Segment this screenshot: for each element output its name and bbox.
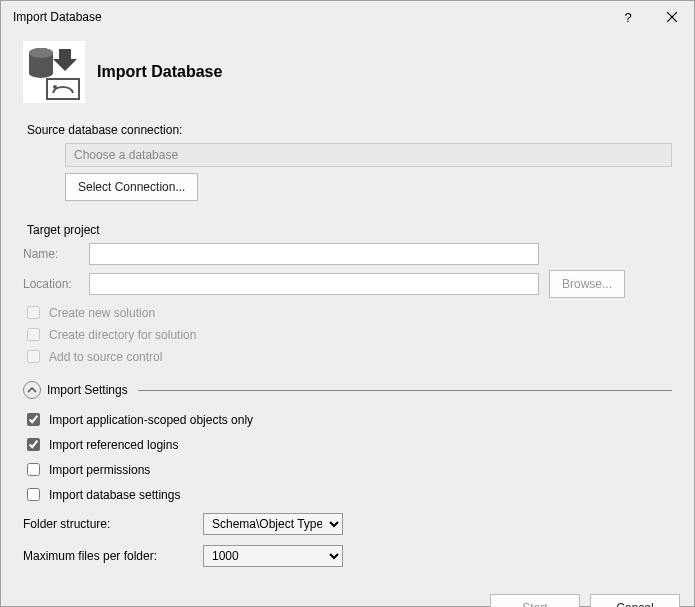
import-ref-logins-label: Import referenced logins bbox=[49, 438, 178, 452]
folder-structure-select[interactable]: Schema\Object Type bbox=[203, 513, 343, 535]
help-button[interactable]: ? bbox=[606, 1, 650, 33]
import-settings-header[interactable]: Import Settings bbox=[23, 381, 672, 399]
location-label: Location: bbox=[23, 277, 79, 291]
cancel-button[interactable]: Cancel bbox=[590, 594, 680, 607]
browse-button[interactable]: Browse... bbox=[549, 270, 625, 298]
import-app-scoped-checkbox[interactable] bbox=[27, 413, 40, 426]
svg-point-5 bbox=[29, 48, 53, 58]
name-label: Name: bbox=[23, 247, 79, 261]
import-db-settings-checkbox[interactable] bbox=[27, 488, 40, 501]
dialog-body: Import Database Source database connecti… bbox=[1, 33, 694, 586]
create-solution-checkbox[interactable] bbox=[27, 306, 40, 319]
window-title: Import Database bbox=[13, 10, 606, 24]
import-database-dialog: Import Database ? bbox=[0, 0, 695, 607]
import-permissions-checkbox[interactable] bbox=[27, 463, 40, 476]
dialog-footer: Start Cancel bbox=[1, 586, 694, 607]
target-project-label: Target project bbox=[27, 223, 672, 237]
location-input[interactable] bbox=[89, 273, 539, 295]
close-button[interactable] bbox=[650, 1, 694, 33]
max-files-label: Maximum files per folder: bbox=[23, 549, 173, 563]
close-icon bbox=[667, 12, 677, 22]
dialog-header: Import Database bbox=[23, 41, 672, 103]
svg-point-4 bbox=[29, 68, 53, 78]
import-ref-logins-checkbox[interactable] bbox=[27, 438, 40, 451]
max-files-select[interactable]: 1000 bbox=[203, 545, 343, 567]
import-settings-label: Import Settings bbox=[47, 383, 128, 397]
separator bbox=[138, 390, 672, 391]
create-solution-label: Create new solution bbox=[49, 306, 155, 320]
import-db-settings-label: Import database settings bbox=[49, 488, 180, 502]
import-permissions-label: Import permissions bbox=[49, 463, 150, 477]
database-import-icon bbox=[23, 41, 85, 103]
svg-rect-6 bbox=[47, 79, 79, 99]
source-connection-label: Source database connection: bbox=[27, 123, 672, 137]
add-source-control-checkbox[interactable] bbox=[27, 350, 40, 363]
source-connection-display: Choose a database bbox=[65, 143, 672, 167]
create-directory-label: Create directory for solution bbox=[49, 328, 196, 342]
dialog-title: Import Database bbox=[97, 63, 222, 81]
import-app-scoped-label: Import application-scoped objects only bbox=[49, 413, 253, 427]
start-button[interactable]: Start bbox=[490, 594, 580, 607]
create-directory-checkbox[interactable] bbox=[27, 328, 40, 341]
add-source-control-label: Add to source control bbox=[49, 350, 162, 364]
name-input[interactable] bbox=[89, 243, 539, 265]
folder-structure-label: Folder structure: bbox=[23, 517, 173, 531]
select-connection-button[interactable]: Select Connection... bbox=[65, 173, 198, 201]
titlebar: Import Database ? bbox=[1, 1, 694, 33]
collapse-toggle[interactable] bbox=[23, 381, 41, 399]
svg-point-7 bbox=[53, 85, 57, 89]
chevron-up-icon bbox=[27, 385, 37, 395]
